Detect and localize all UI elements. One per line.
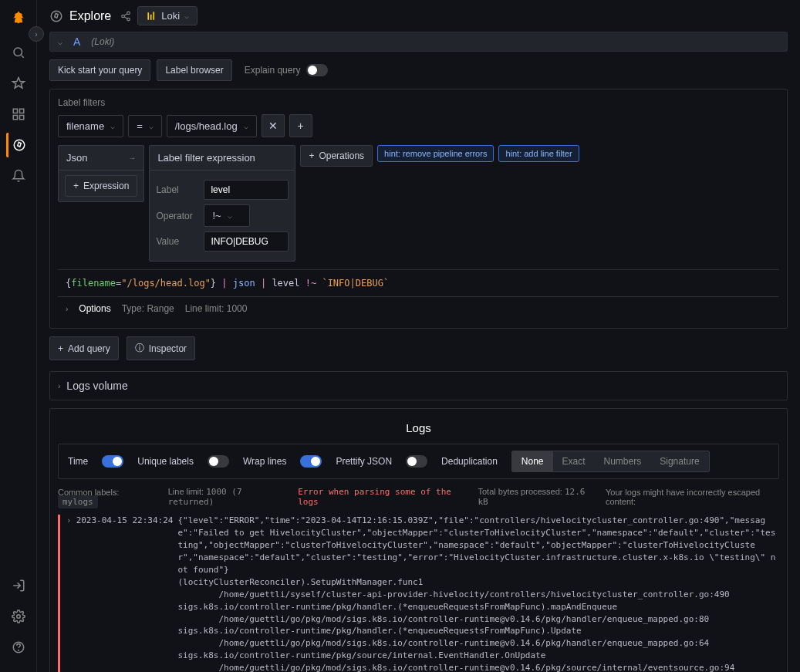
svg-point-11 — [122, 15, 125, 18]
nav-search-icon[interactable] — [6, 40, 31, 65]
log-message: {"level":"ERROR","time":"2023-04-14T12:1… — [177, 515, 779, 672]
kick-start-query-button[interactable]: Kick start your query — [49, 59, 150, 81]
filter-key-select[interactable]: filename⌵ — [58, 115, 123, 137]
nav-star-icon[interactable] — [6, 71, 31, 96]
grafana-logo — [8, 9, 29, 31]
loki-icon — [146, 11, 157, 22]
query-preview: {filename="/logs/head.log"} | json | lev… — [58, 269, 779, 296]
lfe-label-input[interactable] — [204, 180, 289, 200]
add-expression-button[interactable]: +Expression — [65, 175, 137, 197]
svg-point-9 — [51, 11, 62, 22]
sidebar-nav: › — [0, 0, 37, 672]
nav-expand-toggle[interactable]: › — [29, 26, 44, 42]
topbar: Explore Loki ⌵ — [37, 0, 800, 32]
log-level-bar-error — [58, 515, 60, 672]
logs-panel: Logs Time Unique labels Wrap lines Prett… — [49, 408, 788, 672]
nav-dashboards-icon[interactable] — [6, 102, 31, 127]
nav-help-icon[interactable] — [6, 635, 31, 660]
nav-signin-icon[interactable] — [6, 573, 31, 598]
label-filter-expression-card: Label filter expression Label Operator !… — [149, 145, 295, 262]
label-browser-button[interactable]: Label browser — [157, 59, 231, 81]
svg-point-12 — [127, 18, 130, 21]
explore-icon — [49, 9, 63, 23]
svg-point-5 — [14, 140, 25, 150]
arrow-right-icon: → — [128, 154, 136, 162]
inspector-button[interactable]: ⓘInspector — [127, 336, 195, 360]
nav-config-icon[interactable] — [6, 604, 31, 629]
datasource-name: Loki — [161, 10, 180, 22]
logs-volume-panel[interactable]: › Logs volume — [49, 371, 788, 400]
time-toggle[interactable] — [102, 455, 123, 468]
nav-explore-icon[interactable] — [6, 133, 31, 157]
info-icon: ⓘ — [135, 342, 144, 355]
chevron-down-icon: ⌵ — [58, 38, 62, 46]
chevron-down-icon: ⌵ — [184, 12, 189, 20]
lfe-value-input[interactable] — [204, 231, 289, 252]
svg-point-10 — [127, 12, 130, 14]
datasource-picker[interactable]: Loki ⌵ — [137, 6, 197, 25]
label-filters-title: Label filters — [58, 97, 779, 108]
svg-rect-3 — [13, 116, 17, 120]
chevron-right-icon[interactable]: › — [66, 515, 72, 672]
hint-add-line-filter[interactable]: hint: add line filter — [498, 145, 579, 162]
json-op-card: Json→ +Expression — [58, 145, 144, 202]
svg-rect-4 — [19, 116, 23, 120]
svg-rect-2 — [19, 109, 23, 113]
explain-query-label: Explain query — [245, 65, 301, 76]
svg-point-0 — [14, 48, 22, 56]
add-filter-button[interactable]: + — [289, 114, 312, 137]
share-icon[interactable] — [120, 11, 131, 22]
log-timestamp: 2023-04-15 22:34:24 — [76, 515, 174, 672]
filter-value-select[interactable]: /logs/head.log⌵ — [167, 115, 257, 137]
query-row-header[interactable]: ⌵ A (Loki) — [49, 32, 788, 52]
svg-point-8 — [18, 650, 19, 650]
query-datasource-badge: (Loki) — [91, 36, 114, 47]
query-letter: A — [73, 35, 80, 48]
lfe-operator-select[interactable]: !~⌵ — [204, 204, 250, 227]
prettify-json-toggle[interactable] — [406, 455, 427, 468]
filter-op-select[interactable]: =⌵ — [128, 115, 162, 137]
page-title: Explore — [69, 9, 111, 23]
parse-error-text: Error when parsing some of the logs — [298, 487, 464, 507]
svg-point-6 — [16, 615, 20, 619]
svg-rect-1 — [13, 109, 17, 113]
log-row[interactable]: › 2023-04-15 22:34:24 {"level":"ERROR","… — [58, 515, 779, 672]
nav-alerting-icon[interactable] — [6, 164, 31, 188]
wrap-lines-toggle[interactable] — [300, 455, 322, 468]
remove-filter-button[interactable]: ✕ — [262, 114, 285, 137]
hint-remove-pipeline-errors[interactable]: hint: remove pipeline errors — [377, 145, 494, 162]
explain-query-toggle[interactable] — [306, 64, 328, 76]
query-options-row[interactable]: › Options Type: Range Line limit: 1000 — [58, 296, 779, 320]
logs-title: Logs — [58, 417, 779, 444]
common-label-tag: mylogs — [58, 495, 98, 508]
dedup-segmented[interactable]: None Exact Numbers Signature — [511, 451, 710, 472]
add-operations-button[interactable]: +Operations — [300, 145, 373, 167]
unique-labels-toggle[interactable] — [208, 455, 229, 468]
add-query-button[interactable]: +Add query — [49, 336, 119, 360]
